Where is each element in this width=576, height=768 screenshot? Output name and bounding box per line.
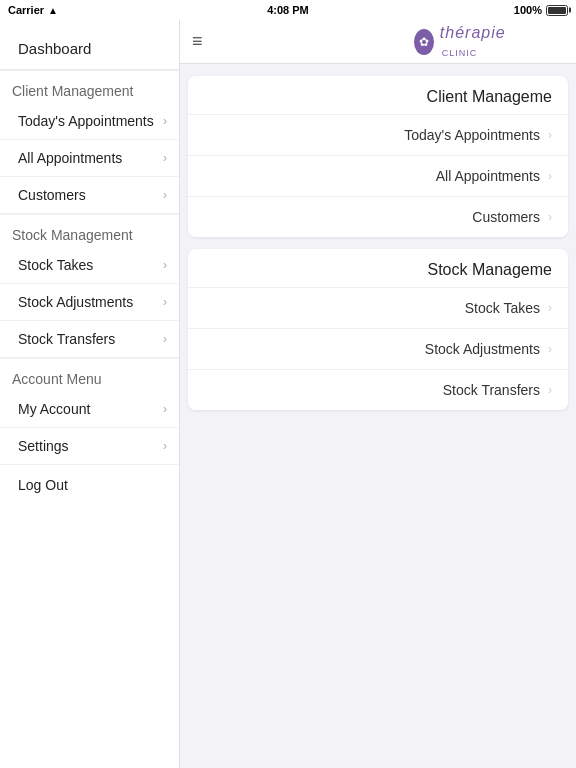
main-label-stock-takes: Stock Takes [465,300,540,316]
chevron-right-icon: › [548,342,552,356]
status-right: 100% [514,4,568,16]
sidebar-item-customers[interactable]: Customers › [0,177,179,214]
sidebar-item-todays-appointments[interactable]: Today's Appointments › [0,103,179,140]
sidebar-item-my-account[interactable]: My Account › [0,391,179,428]
hamburger-button[interactable]: ≡ [192,31,203,52]
chevron-right-icon: › [548,128,552,142]
battery-icon [546,5,568,16]
chevron-right-icon: › [163,151,167,165]
sidebar-item-stock-adjustments[interactable]: Stock Adjustments › [0,284,179,321]
sidebar: Dashboard Client Management Today's Appo… [0,20,180,768]
main-label-stock-transfers: Stock Transfers [443,382,540,398]
sidebar-dashboard-label: Dashboard [18,40,91,57]
sidebar-label-my-account: My Account [18,401,90,417]
sidebar-item-settings[interactable]: Settings › [0,428,179,465]
sidebar-item-logout[interactable]: Log Out [0,465,179,505]
main-label-todays-appointments: Today's Appointments [404,127,540,143]
chevron-right-icon: › [163,114,167,128]
main-content: ≡ ✿ thérapie CLINIC Client Manageme Toda… [180,20,576,768]
stock-management-card: Stock Manageme Stock Takes › Stock Adjus… [188,249,568,410]
chevron-right-icon: › [548,383,552,397]
brand-text: thérapie CLINIC [440,24,522,60]
chevron-right-icon: › [163,332,167,346]
sidebar-label-settings: Settings [18,438,69,454]
sidebar-label-customers: Customers [18,187,86,203]
carrier-text: Carrier [8,4,44,16]
section-title-client: Client Management [12,83,133,99]
main-label-all-appointments: All Appointments [436,168,540,184]
main-label-customers: Customers [472,209,540,225]
client-management-card: Client Manageme Today's Appointments › A… [188,76,568,237]
main-item-stock-transfers[interactable]: Stock Transfers › [188,369,568,410]
chevron-right-icon: › [163,258,167,272]
section-title-account: Account Menu [12,371,102,387]
sidebar-item-dashboard[interactable]: Dashboard [0,28,179,70]
chevron-right-icon: › [163,295,167,309]
battery-fill [548,7,566,14]
status-carrier: Carrier ▲ [8,4,58,16]
sidebar-item-stock-transfers[interactable]: Stock Transfers › [0,321,179,358]
sidebar-label-stock-takes: Stock Takes [18,257,93,273]
sidebar-section-client-management: Client Management [0,70,179,103]
brand-icon-glyph: ✿ [419,35,429,49]
wifi-icon: ▲ [48,5,58,16]
section-title-stock: Stock Management [12,227,133,243]
chevron-right-icon: › [163,439,167,453]
app-container: Dashboard Client Management Today's Appo… [0,20,576,768]
client-management-title: Client Manageme [188,76,568,114]
sidebar-label-todays-appointments: Today's Appointments [18,113,154,129]
sidebar-section-account-menu: Account Menu [0,358,179,391]
stock-management-title: Stock Manageme [188,249,568,287]
main-item-todays-appointments[interactable]: Today's Appointments › [188,114,568,155]
main-label-stock-adjustments: Stock Adjustments [425,341,540,357]
brand-sub: CLINIC [442,48,478,58]
main-item-customers[interactable]: Customers › [188,196,568,237]
sidebar-label-stock-adjustments: Stock Adjustments [18,294,133,310]
chevron-right-icon: › [163,402,167,416]
brand-logo: ✿ thérapie CLINIC [414,24,522,60]
main-item-stock-adjustments[interactable]: Stock Adjustments › [188,328,568,369]
chevron-right-icon: › [163,188,167,202]
sidebar-logout-label: Log Out [18,477,68,493]
chevron-right-icon: › [548,210,552,224]
battery-percentage: 100% [514,4,542,16]
sidebar-section-stock-management: Stock Management [0,214,179,247]
chevron-right-icon: › [548,169,552,183]
chevron-right-icon: › [548,301,552,315]
main-item-stock-takes[interactable]: Stock Takes › [188,287,568,328]
main-item-all-appointments[interactable]: All Appointments › [188,155,568,196]
top-bar: ≡ ✿ thérapie CLINIC [180,20,576,64]
status-bar: Carrier ▲ 4:08 PM 100% [0,0,576,20]
sidebar-label-stock-transfers: Stock Transfers [18,331,115,347]
brand-icon: ✿ [414,29,434,55]
sidebar-label-all-appointments: All Appointments [18,150,122,166]
status-time: 4:08 PM [267,4,309,16]
sidebar-item-all-appointments[interactable]: All Appointments › [0,140,179,177]
sidebar-item-stock-takes[interactable]: Stock Takes › [0,247,179,284]
brand-name: thérapie [440,24,506,41]
